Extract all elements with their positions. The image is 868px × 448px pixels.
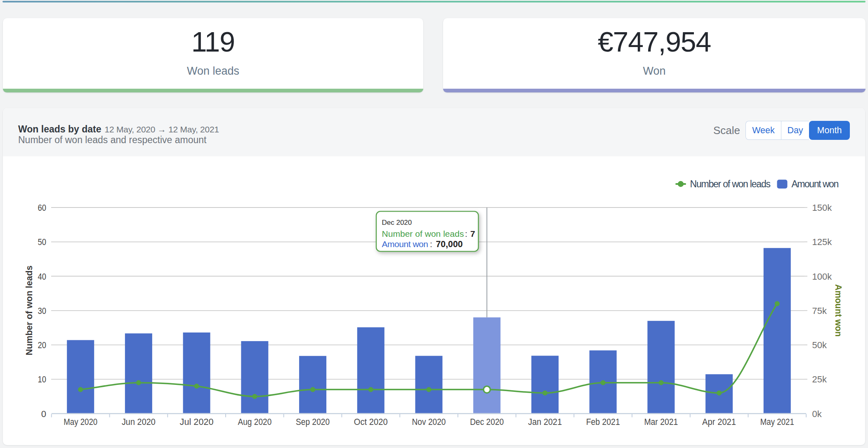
svg-text:Amount won: Amount won	[791, 179, 839, 189]
svg-text:125k: 125k	[812, 237, 833, 247]
svg-text:Amount won: Amount won	[382, 239, 429, 249]
svg-text:Number of won leads: Number of won leads	[24, 266, 34, 356]
svg-text:Dec 2020: Dec 2020	[470, 417, 504, 427]
svg-text:50: 50	[38, 237, 47, 247]
svg-text:Feb 2021: Feb 2021	[586, 417, 620, 427]
svg-text:Apr 2021: Apr 2021	[702, 417, 736, 427]
svg-text:0: 0	[41, 409, 46, 419]
svg-text:Jun 2020: Jun 2020	[122, 417, 156, 427]
svg-text:60: 60	[38, 203, 47, 213]
svg-text:75k: 75k	[812, 306, 827, 316]
svg-text:Number of won leads: Number of won leads	[690, 179, 771, 189]
svg-text:100k: 100k	[812, 271, 833, 282]
svg-text:150k: 150k	[812, 203, 833, 213]
svg-text:10: 10	[38, 374, 47, 384]
svg-text:Jan 2021: Jan 2021	[528, 417, 562, 427]
svg-text:7: 7	[470, 229, 475, 238]
svg-text:40: 40	[38, 271, 47, 282]
svg-text:Nov 2020: Nov 2020	[412, 417, 446, 427]
svg-text:50k: 50k	[812, 340, 827, 350]
svg-text:25k: 25k	[812, 374, 827, 384]
svg-text:May 2020: May 2020	[64, 417, 97, 427]
svg-text:0k: 0k	[812, 409, 822, 419]
svg-text::: :	[430, 239, 432, 249]
svg-text:Aug 2020: Aug 2020	[238, 417, 271, 427]
svg-text:May 2021: May 2021	[760, 417, 794, 427]
svg-text:30: 30	[38, 306, 47, 316]
svg-text:Dec 2020: Dec 2020	[382, 219, 412, 226]
svg-text:Number of won leads: Number of won leads	[382, 229, 464, 238]
svg-text:20: 20	[38, 340, 47, 350]
svg-text:Amount won: Amount won	[833, 284, 844, 337]
svg-text:Jul 2020: Jul 2020	[180, 417, 214, 427]
svg-text:70,000: 70,000	[436, 239, 463, 249]
svg-text:Mar 2021: Mar 2021	[644, 417, 678, 427]
svg-text:Oct 2020: Oct 2020	[354, 417, 388, 427]
svg-text::: :	[465, 229, 467, 238]
svg-text:Sep 2020: Sep 2020	[296, 417, 330, 427]
